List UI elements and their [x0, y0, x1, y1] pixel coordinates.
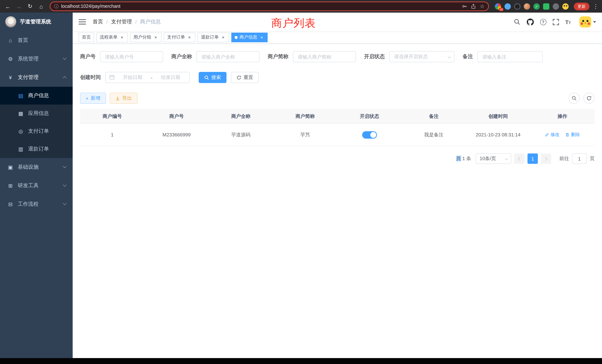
sidebar-item-merchant-info[interactable]: ▤ 商户信息: [0, 87, 73, 105]
status-label: 开启状态: [364, 53, 385, 60]
sidebar-item-app-info[interactable]: ▦ 应用信息: [0, 105, 73, 122]
tab-label: 退款订单: [201, 34, 219, 40]
bookmark-star-icon[interactable]: ☆: [480, 3, 484, 9]
sidebar-logo[interactable]: 芋道管理系统: [0, 13, 73, 31]
cell-full-name: 芋道源码: [209, 131, 273, 138]
status-select[interactable]: 请选择开启状态: [389, 51, 454, 62]
workflow-icon: ⊟: [7, 201, 13, 207]
fullscreen-icon[interactable]: [552, 19, 559, 25]
user-menu[interactable]: [579, 16, 596, 27]
export-button[interactable]: 导出: [109, 93, 137, 104]
chevron-left-icon: [518, 157, 522, 161]
font-size-icon[interactable]: TT: [565, 19, 571, 25]
create-time-range-picker[interactable]: 开始日期 - 结束日期: [105, 72, 190, 83]
chrome-update-button[interactable]: 更新: [574, 2, 589, 10]
browser-chrome: ← → ↻ ⌂ ⓘ localhost:1024/pay/merchant ☆ …: [0, 0, 602, 13]
filter-row-2: 创建时间 开始日期 - 结束日期 搜索: [80, 72, 595, 83]
close-icon[interactable]: ×: [187, 35, 192, 40]
merchant-no-input[interactable]: [100, 51, 163, 62]
browser-forward-button[interactable]: →: [14, 1, 24, 11]
sidebar-item-refund-order[interactable]: ▥ 退款订单: [0, 140, 73, 158]
sidebar-item-dev-tools[interactable]: ⊞ 研发工具: [0, 176, 73, 195]
browser-home-button[interactable]: ⌂: [36, 1, 46, 11]
col-create-time: 创建时间: [466, 113, 530, 119]
table-header-row: 商户编号 商户号 商户全称 商户简称 开启状态 备注 创建时间 操作: [80, 109, 595, 124]
col-short-name: 商户简称: [273, 113, 337, 119]
cell-actions: 修改 删除: [530, 132, 595, 138]
sidebar-item-system[interactable]: ⚙ 系统管理: [0, 50, 73, 68]
tab-process-form[interactable]: 流程表单 ×: [96, 32, 128, 42]
avatar[interactable]: [579, 16, 591, 27]
close-icon[interactable]: ×: [153, 35, 158, 40]
goto-page-input[interactable]: [572, 153, 587, 164]
prev-page-button[interactable]: [514, 153, 525, 164]
tab-pay-order[interactable]: 支付订单 ×: [164, 32, 195, 42]
extension-icon-green-square[interactable]: [543, 3, 549, 10]
remark-input[interactable]: [477, 51, 543, 62]
export-button-label: 导出: [122, 95, 132, 102]
page-size-value: 10条/页: [480, 155, 496, 162]
search-button[interactable]: 搜索: [199, 72, 226, 83]
github-icon[interactable]: [527, 18, 534, 25]
chevron-up-icon: [63, 76, 66, 80]
yen-icon: ¥: [7, 75, 13, 80]
sidebar: 芋道管理系统 ⌂ 首页 ⚙ 系统管理 ¥ 支付管理: [0, 13, 73, 364]
full-name-input[interactable]: [196, 51, 259, 62]
extension-icon-avatar[interactable]: [524, 3, 530, 10]
breadcrumb-home[interactable]: 首页: [93, 19, 103, 25]
app-window: 芋道管理系统 ⌂ 首页 ⚙ 系统管理 ¥ 支付管理: [0, 13, 602, 364]
reset-button[interactable]: 重置: [231, 72, 259, 83]
edit-link[interactable]: 修改: [545, 132, 559, 138]
browser-back-button[interactable]: ←: [3, 1, 13, 11]
search-icon[interactable]: [514, 19, 520, 25]
sidebar-item-infrastructure[interactable]: ▣ 基础设施: [0, 158, 73, 176]
sidebar-item-payment[interactable]: ¥ 支付管理: [0, 68, 73, 87]
sidebar-item-pay-order[interactable]: ◎ 支付订单: [0, 122, 73, 140]
address-bar[interactable]: ⓘ localhost:1024/pay/merchant ☆: [50, 1, 489, 11]
merchant-no-label: 商户号: [80, 53, 96, 60]
sidebar-item-workflow[interactable]: ⊟ 工作流程: [0, 195, 73, 214]
close-icon[interactable]: ×: [221, 35, 226, 40]
close-icon[interactable]: ×: [119, 35, 125, 40]
dashboard-icon: ⌂: [7, 37, 13, 43]
extension-icon-blue[interactable]: [505, 3, 511, 10]
extension-icon-dark[interactable]: [514, 3, 520, 10]
url-text: localhost:1024/pay/merchant: [61, 4, 460, 9]
site-info-icon[interactable]: ⓘ: [54, 3, 59, 10]
extension-icon-colorful[interactable]: 10: [495, 3, 501, 10]
close-icon[interactable]: ×: [259, 35, 264, 40]
short-name-label: 商户简称: [268, 53, 288, 60]
edit-link-label: 修改: [551, 132, 559, 138]
tab-merchant-info[interactable]: 商户信息 ×: [231, 32, 268, 42]
breadcrumb-separator: /: [106, 19, 108, 25]
page-size-select[interactable]: 10条/页: [476, 153, 511, 164]
sidebar-toggle-icon[interactable]: [79, 19, 86, 24]
breadcrumb-payment[interactable]: 支付管理: [111, 19, 132, 25]
extension-icon-pinwheel[interactable]: [553, 3, 559, 10]
sidebar-item-home[interactable]: ⌂ 首页: [0, 31, 73, 50]
extension-icon-green-circle[interactable]: ✓: [533, 3, 540, 10]
refresh-button[interactable]: [583, 93, 595, 104]
pagination-total: 共 1 条: [456, 155, 471, 162]
create-time-label: 创建时间: [80, 74, 101, 81]
extension-icon-smiley[interactable]: [562, 3, 569, 10]
browser-reload-button[interactable]: ↻: [25, 1, 35, 11]
browser-menu-icon[interactable]: ⋮: [592, 3, 599, 10]
tab-refund-order[interactable]: 退款订单 ×: [198, 32, 229, 42]
logo-avatar: [5, 16, 16, 27]
delete-link[interactable]: 删除: [566, 132, 580, 138]
toggle-search-button[interactable]: [569, 93, 580, 104]
tab-user-group[interactable]: 用户分组 ×: [130, 32, 162, 42]
screen: ← → ↻ ⌂ ⓘ localhost:1024/pay/merchant ☆ …: [0, 0, 602, 364]
grid-icon: ▦: [18, 110, 24, 116]
tab-home[interactable]: 首页: [79, 32, 94, 42]
share-icon[interactable]: [471, 4, 476, 9]
next-page-button[interactable]: [541, 153, 551, 164]
page-number-button[interactable]: 1: [527, 153, 538, 164]
help-icon[interactable]: ?: [540, 19, 546, 25]
add-button[interactable]: + 新增: [80, 93, 106, 104]
status-toggle[interactable]: [362, 131, 377, 139]
key-icon[interactable]: [462, 4, 467, 9]
short-name-input[interactable]: [293, 51, 356, 62]
table-row: 1 M233666999 芋道源码 芋艿 我是备注 2021-10-23 08:…: [80, 124, 595, 146]
